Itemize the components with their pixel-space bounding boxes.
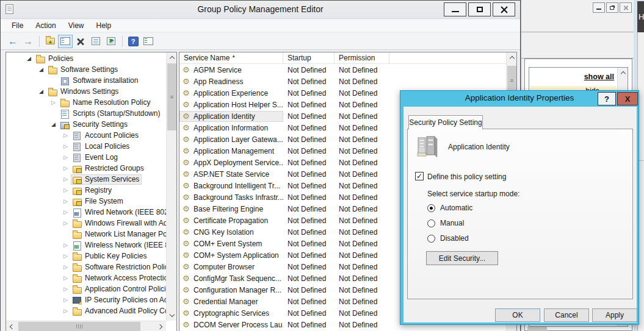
toolbar: ← → ▲ ▶ ?: [1, 33, 520, 50]
tree-item[interactable]: Wired Network (IEEE 802.3): [6, 207, 166, 218]
tab-security-policy-setting[interactable]: Security Policy Setting: [408, 115, 483, 129]
dialog-titlebar: Application Identity Properties ? X: [400, 91, 639, 107]
bg-minimize-button[interactable]: [593, 2, 605, 13]
expander-icon[interactable]: [51, 100, 59, 105]
expander-icon[interactable]: [63, 297, 71, 303]
tree-vertical-scrollbar[interactable]: ≡: [166, 52, 176, 321]
tree-item[interactable]: Software installation: [6, 75, 166, 86]
forward-button[interactable]: →: [21, 35, 35, 48]
service-startup: Not Defined: [283, 158, 335, 167]
expander-icon[interactable]: [63, 254, 71, 259]
tree-item[interactable]: Advanced Audit Policy Co: [6, 305, 166, 316]
bg-restore-button[interactable]: [606, 2, 618, 13]
expander-icon[interactable]: [63, 177, 71, 182]
column-header-permission[interactable]: Permission: [335, 52, 389, 63]
menu-help[interactable]: Help: [92, 20, 117, 31]
show-all-link[interactable]: show all: [584, 73, 614, 81]
tree-item[interactable]: Software Restriction Policie: [6, 262, 166, 272]
startup-mode-option[interactable]: Automatic: [427, 204, 472, 212]
service-startup: Not Defined: [283, 263, 335, 271]
expander-icon[interactable]: [63, 243, 71, 248]
help-button[interactable]: ?: [126, 35, 140, 48]
expander-icon[interactable]: [63, 308, 71, 314]
startup-mode-option[interactable]: Manual: [427, 219, 464, 227]
expander-icon[interactable]: [63, 166, 71, 171]
service-row[interactable]: AGPM Service Not Defined Not Defined: [179, 64, 516, 76]
tree-horizontal-scrollbar[interactable]: [6, 321, 166, 331]
tree-item[interactable]: Network List Manager Poli: [6, 229, 166, 240]
tree-item[interactable]: Application Control Policie: [6, 283, 166, 294]
expander-icon[interactable]: [63, 276, 71, 281]
tree-item[interactable]: Restricted Groups: [6, 163, 166, 174]
tree-item[interactable]: Name Resolution Policy: [6, 97, 166, 108]
tree-item[interactable]: Public Key Policies: [6, 251, 166, 262]
service-name: AGPM Service: [194, 66, 242, 74]
tree-item[interactable]: Windows Settings: [6, 86, 166, 97]
tree-item[interactable]: Account Policies: [6, 130, 166, 141]
up-one-level-button[interactable]: ▲: [43, 35, 57, 48]
menu-file[interactable]: File: [7, 20, 28, 31]
dialog-help-button[interactable]: ?: [598, 92, 616, 105]
tree-item[interactable]: Security Settings: [6, 119, 166, 130]
service-permission: Not Defined: [335, 240, 389, 248]
expander-icon[interactable]: [63, 265, 71, 270]
help-icon: ?: [128, 37, 139, 46]
maximize-button[interactable]: [468, 2, 491, 16]
dialog-close-button[interactable]: X: [617, 92, 638, 105]
scroll-thumb[interactable]: [18, 322, 140, 331]
tree-item[interactable]: System Services: [6, 174, 166, 185]
expander-icon[interactable]: [63, 155, 71, 160]
expander-icon[interactable]: [63, 287, 71, 292]
tree-item[interactable]: Windows Firewall with Adv: [6, 218, 166, 229]
column-header-service-name[interactable]: Service Name ▲: [179, 52, 283, 63]
expander-icon[interactable]: [39, 67, 46, 73]
scroll-thumb[interactable]: ≡: [167, 63, 176, 130]
service-row[interactable]: App Readiness Not Defined Not Defined: [179, 76, 516, 87]
properties-button[interactable]: [89, 35, 103, 48]
tree-item[interactable]: Policies: [6, 53, 166, 64]
expander-icon[interactable]: [63, 221, 71, 226]
tree-item-label: IP Security Policies on Acti: [85, 296, 166, 304]
tree-item[interactable]: IP Security Policies on Acti: [6, 294, 166, 305]
expander-icon[interactable]: [63, 188, 71, 193]
expander-icon[interactable]: [39, 89, 46, 94]
tree-item[interactable]: Event Log: [6, 152, 166, 163]
cancel-button[interactable]: Cancel: [544, 308, 589, 322]
expander-icon[interactable]: [27, 56, 34, 62]
tree-item[interactable]: Software Settings: [6, 64, 166, 75]
show-console-tree-button[interactable]: [58, 35, 73, 48]
expander-icon[interactable]: [63, 144, 71, 149]
menu-view[interactable]: View: [63, 20, 89, 31]
minimize-button[interactable]: [444, 2, 466, 16]
service-permission: Not Defined: [335, 101, 389, 109]
column-header-startup[interactable]: Startup: [283, 52, 335, 63]
tree-item[interactable]: Scripts (Startup/Shutdown): [6, 108, 166, 119]
edit-security-button[interactable]: Edit Security...: [426, 251, 498, 265]
radio-icon[interactable]: [427, 219, 435, 227]
bg-close-button[interactable]: [620, 2, 632, 13]
menu-action[interactable]: Action: [31, 20, 60, 31]
tree-item[interactable]: File System: [6, 196, 166, 207]
ok-button[interactable]: OK: [495, 308, 540, 322]
close-button[interactable]: [493, 2, 515, 16]
tree-item[interactable]: Local Policies: [6, 141, 166, 152]
apply-button[interactable]: Apply: [592, 308, 637, 322]
tree-item[interactable]: Wireless Network (IEEE 802: [6, 240, 166, 251]
back-button[interactable]: ←: [5, 35, 20, 48]
expander-icon[interactable]: [63, 210, 71, 215]
tree-item[interactable]: Registry: [6, 185, 166, 196]
radio-icon[interactable]: [427, 235, 435, 243]
service-startup: Not Defined: [283, 228, 335, 237]
dialog-tab-page: Application Identity Define this policy …: [407, 129, 633, 299]
delete-button[interactable]: [73, 35, 88, 48]
radio-icon[interactable]: [427, 204, 435, 212]
new-window-button[interactable]: [141, 35, 156, 48]
startup-mode-option[interactable]: Disabled: [427, 234, 469, 243]
tree-item[interactable]: Network Access Protectio: [6, 272, 166, 283]
expander-icon[interactable]: [63, 199, 71, 204]
dialog-body: Security Policy Setting Application Iden…: [403, 107, 637, 322]
export-list-button[interactable]: ▶: [104, 35, 118, 48]
define-policy-checkbox[interactable]: [415, 172, 424, 180]
expander-icon[interactable]: [51, 122, 59, 127]
expander-icon[interactable]: [63, 133, 71, 138]
